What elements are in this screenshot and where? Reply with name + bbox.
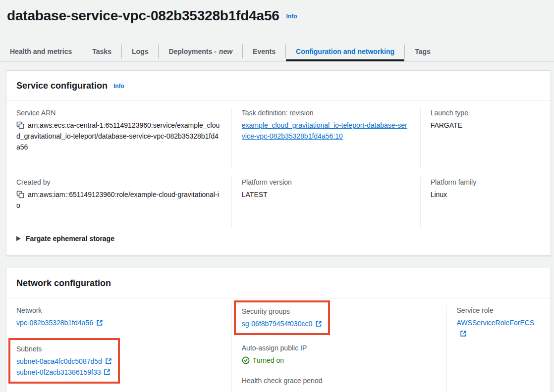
security-groups-highlight-box: Security groups sg-06f8b79454f030cc0: [234, 300, 330, 335]
subnet-link-1[interactable]: subnet-0aca4fc0dc5087d5d: [16, 356, 112, 367]
platform-family-field: Platform family Linux: [431, 177, 531, 200]
network-label: Network: [16, 305, 222, 315]
subnet-link-1-text: subnet-0aca4fc0dc5087d5d: [16, 357, 102, 365]
task-definition-label: Task definition: revision: [242, 108, 410, 118]
tab-tags[interactable]: Tags: [405, 42, 441, 61]
security-and-ip-cell: Security groups sg-06f8b79454f030cc0 Aut…: [231, 305, 446, 392]
created-by-value: arn:aws:iam::651149123960:role/example-c…: [16, 189, 222, 211]
service-configuration-body: Service ARN arn:aws:ecs:ca-central-1:651…: [6, 101, 551, 228]
tab-tasks[interactable]: Tasks: [82, 42, 121, 61]
external-link-icon: [105, 358, 112, 365]
tab-deployments-label: Deployments -: [168, 48, 216, 55]
platform-version-field: Platform version LATEST: [242, 177, 410, 200]
external-link-icon: [315, 320, 322, 327]
tab-events[interactable]: Events: [243, 42, 285, 61]
fargate-ephemeral-storage-expander[interactable]: Fargate ephemeral storage: [6, 228, 551, 255]
service-arn-cell: Service ARN arn:aws:ecs:ca-central-1:651…: [16, 108, 231, 169]
copy-icon[interactable]: [16, 191, 24, 198]
task-definition-link[interactable]: example_cloud_gravitational_io-teleport-…: [242, 120, 410, 142]
check-circle-icon: [242, 356, 250, 364]
vpc-link-text: vpc-082b35328b1fd4a56: [16, 319, 93, 327]
network-configuration-header: Network configuration: [6, 268, 551, 298]
subnets-label: Subnets: [16, 344, 112, 354]
platform-family-label: Platform family: [431, 177, 531, 187]
launch-type-field: Launch type FARGATE: [431, 108, 531, 131]
tab-deployments[interactable]: Deployments - new: [159, 42, 242, 61]
network-configuration-body: Network vpc-082b35328b1fd4a56 Subnets su…: [6, 298, 551, 392]
security-group-link[interactable]: sg-06f8b79454f030cc0: [242, 320, 322, 328]
launch-type-value: FARGATE: [431, 120, 531, 131]
service-configuration-row-2: Created by arn:aws:iam::651149123960:rol…: [16, 177, 541, 228]
page-info-link[interactable]: Info: [286, 13, 297, 20]
service-role-link[interactable]: AWSServiceRoleForECS: [457, 319, 535, 338]
network-cell: Network vpc-082b35328b1fd4a56 Subnets su…: [16, 305, 231, 392]
launch-type-cell: Launch type FARGATE: [420, 108, 541, 169]
service-role-label: Service role: [457, 305, 531, 315]
service-role-field: Service role AWSServiceRoleForECS: [457, 305, 531, 339]
created-by-text: arn:aws:iam::651149123960:role/example-c…: [16, 191, 219, 209]
created-by-cell: Created by arn:aws:iam::651149123960:rol…: [16, 177, 231, 228]
service-arn-text: arn:aws:ecs:ca-central-1:651149123960:se…: [16, 121, 220, 151]
tab-configuration-and-networking[interactable]: Configuration and networking: [286, 42, 404, 61]
launch-type-label: Launch type: [431, 108, 531, 118]
health-check-grace-period-field: Health check grace period -: [242, 376, 437, 392]
page-header: database-service-vpc-082b35328b1fd4a56 I…: [0, 0, 554, 24]
platform-family-cell: Platform family Linux: [420, 177, 541, 228]
external-link-icon: [460, 330, 467, 337]
task-definition-cell: Task definition: revision example_cloud_…: [231, 108, 420, 169]
platform-family-value: Linux: [431, 189, 531, 200]
service-configuration-header: Service configuration Info: [6, 71, 551, 101]
auto-assign-public-ip-value: Turned on: [242, 355, 437, 366]
health-check-grace-period-label: Health check grace period: [242, 376, 437, 386]
subnet-link-2[interactable]: subnet-0f2acb31386159f33: [16, 367, 112, 378]
network-field: Network vpc-082b35328b1fd4a56: [16, 305, 222, 328]
auto-assign-public-ip-field: Auto-assign public IP Turned on: [242, 343, 437, 366]
platform-version-label: Platform version: [242, 177, 410, 187]
tab-health-and-metrics[interactable]: Health and metrics: [0, 42, 82, 61]
subnet-link-2-text: subnet-0f2acb31386159f33: [16, 368, 101, 376]
platform-version-cell: Platform version LATEST: [231, 177, 420, 228]
caret-right-icon: [16, 236, 21, 241]
platform-version-value: LATEST: [242, 189, 410, 200]
service-configuration-title: Service configuration: [16, 81, 108, 91]
service-configuration-row-1: Service ARN arn:aws:ecs:ca-central-1:651…: [16, 108, 541, 169]
service-configuration-card: Service configuration Info Service ARN a…: [6, 70, 551, 256]
health-check-grace-period-value: -: [242, 388, 437, 392]
created-by-field: Created by arn:aws:iam::651149123960:rol…: [16, 177, 222, 211]
auto-assign-public-ip-label: Auto-assign public IP: [242, 343, 437, 353]
network-configuration-title: Network configuration: [16, 278, 111, 288]
tab-logs[interactable]: Logs: [122, 42, 158, 61]
network-configuration-card: Network configuration Network vpc-082b35…: [6, 268, 551, 392]
service-configuration-info-link[interactable]: Info: [113, 83, 124, 90]
auto-assign-status-text: Turned on: [253, 355, 284, 366]
service-arn-label: Service ARN: [16, 108, 222, 118]
ecs-service-page: database-service-vpc-082b35328b1fd4a56 I…: [0, 0, 554, 392]
vpc-link[interactable]: vpc-082b35328b1fd4a56: [16, 319, 103, 327]
page-title: database-service-vpc-082b35328b1fd4a56: [7, 8, 279, 23]
service-arn-field: Service ARN arn:aws:ecs:ca-central-1:651…: [16, 108, 222, 152]
tab-bar: Health and metrics Tasks Logs Deployment…: [0, 42, 554, 61]
service-role-cell: Service role AWSServiceRoleForECS: [446, 305, 541, 392]
copy-icon[interactable]: [16, 121, 24, 129]
tab-deployments-new-note: new: [219, 48, 232, 55]
task-definition-field: Task definition: revision example_cloud_…: [242, 108, 410, 142]
created-by-label: Created by: [16, 177, 222, 187]
fargate-ephemeral-storage-label: Fargate ephemeral storage: [26, 235, 114, 243]
service-arn-value: arn:aws:ecs:ca-central-1:651149123960:se…: [16, 120, 222, 152]
external-link-icon: [96, 319, 103, 326]
subnets-highlight-box: Subnets subnet-0aca4fc0dc5087d5d subnet-…: [8, 338, 120, 384]
security-group-link-text: sg-06f8b79454f030cc0: [242, 320, 312, 328]
external-link-icon: [104, 369, 111, 376]
service-role-link-text: AWSServiceRoleForECS: [457, 319, 535, 327]
security-groups-label: Security groups: [242, 306, 322, 316]
